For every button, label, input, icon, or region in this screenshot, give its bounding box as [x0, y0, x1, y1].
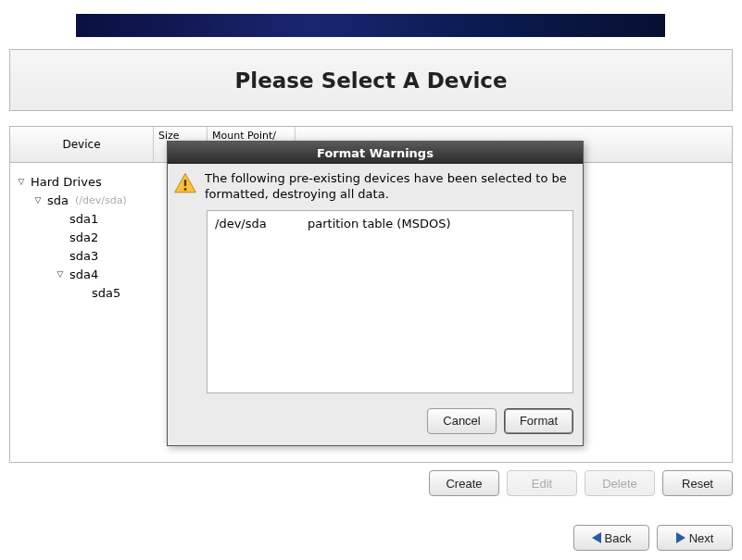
- device-path: (/dev/sda): [75, 194, 127, 206]
- expand-toggle-icon[interactable]: ▽: [16, 177, 27, 186]
- format-device-list[interactable]: /dev/sda partition table (MSDOS): [207, 210, 573, 393]
- nav-button-row: Back Next: [573, 525, 733, 551]
- list-item[interactable]: /dev/sda partition table (MSDOS): [215, 217, 565, 230]
- tree-label: sda4: [69, 268, 98, 281]
- next-button[interactable]: Next: [657, 525, 733, 551]
- list-desc: partition table (MSDOS): [308, 217, 450, 230]
- col-device[interactable]: Device: [10, 127, 154, 162]
- create-button[interactable]: Create: [429, 470, 499, 496]
- list-device: /dev/sda: [215, 217, 308, 230]
- dialog-message: The following pre-existing devices have …: [205, 171, 573, 203]
- tree-label: sda: [47, 193, 69, 207]
- delete-button: Delete: [585, 470, 655, 496]
- tree-label: sda3: [69, 249, 98, 263]
- edit-button: Edit: [507, 470, 577, 496]
- tree-label: Hard Drives: [31, 175, 102, 189]
- arrow-right-icon: [676, 532, 685, 543]
- warning-icon: [173, 171, 199, 203]
- format-button[interactable]: Format: [504, 408, 573, 434]
- back-button[interactable]: Back: [573, 525, 649, 551]
- tree-label: sda1: [69, 212, 98, 226]
- expand-toggle-icon[interactable]: ▽: [55, 269, 66, 279]
- reset-button[interactable]: Reset: [662, 470, 733, 496]
- arrow-left-icon: [592, 532, 601, 543]
- installer-banner: [76, 14, 665, 37]
- page-title: Please Select A Device: [234, 68, 507, 93]
- dialog-button-row: Cancel Format: [168, 403, 583, 445]
- svg-rect-0: [184, 180, 186, 186]
- dialog-body: The following pre-existing devices have …: [168, 164, 583, 206]
- page-header: Please Select A Device: [9, 49, 733, 111]
- next-label: Next: [689, 531, 714, 545]
- cancel-button[interactable]: Cancel: [427, 408, 497, 434]
- expand-toggle-icon[interactable]: ▽: [32, 195, 44, 205]
- tree-label: sda2: [69, 230, 98, 244]
- back-label: Back: [605, 531, 632, 545]
- format-warnings-dialog: Format Warnings The following pre-existi…: [167, 141, 584, 446]
- action-button-row: Create Edit Delete Reset: [429, 470, 733, 496]
- svg-point-1: [184, 188, 187, 191]
- tree-label: sda5: [92, 286, 120, 300]
- dialog-title: Format Warnings: [168, 142, 583, 164]
